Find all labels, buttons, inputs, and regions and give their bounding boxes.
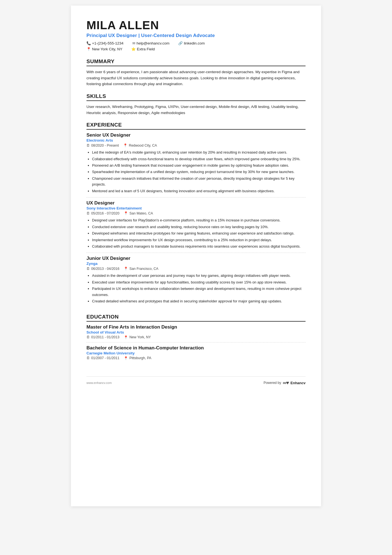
exp-meta-0: 🗓 08/2020 - Present 📍 Redwood City, CA (86, 143, 306, 147)
contact-row-1: 📞 +1-(234)-555-1234 ✉ help@enhancv.com 🔗… (86, 41, 306, 46)
bullet-0-5: Mentored and led a team of 5 UX designer… (92, 188, 306, 194)
exp-entry-0: Senior UX Designer Electronic Arts 🗓 08/… (86, 132, 306, 198)
exp-role-0: Senior UX Designer (86, 132, 306, 138)
contact-row-2: 📍 New York City, NY ⭐ Extra Field (86, 47, 306, 52)
calendar-icon-1: 🗓 (86, 211, 90, 215)
summary-text: With over 6 years of experience, I am pa… (86, 69, 306, 87)
location-contact: 📍 New York City, NY (86, 47, 122, 51)
phone-icon: 📞 (86, 41, 91, 45)
powered-by-text: Powered by (264, 381, 281, 385)
exp-location-1: 📍 San Mateo, CA (124, 211, 153, 215)
exp-bullets-1: Designed user interfaces for PlayStation… (86, 217, 306, 249)
candidate-title: Principal UX Designer | User-Centered De… (86, 33, 306, 38)
extra-text: Extra Field (137, 47, 155, 51)
location-icon-1: 📍 (124, 211, 128, 215)
linkedin-contact: 🔗 linkedin.com (178, 41, 205, 45)
brand-name: Enhancv (291, 381, 306, 385)
edu-loc-icon-1: 📍 (124, 356, 128, 360)
footer: www.enhancv.com Powered by ∞♥ Enhancv (86, 376, 306, 386)
email-text: help@enhancv.com (137, 41, 170, 45)
bullet-1-0: Designed user interfaces for PlayStation… (92, 217, 306, 223)
edu-cal-icon-0: 🗓 (86, 335, 90, 339)
extra-contact: ⭐ Extra Field (131, 47, 155, 51)
edu-entry-0: Master of Fine Arts in Interaction Desig… (86, 324, 306, 342)
calendar-icon-2: 🗓 (86, 267, 90, 271)
edu-dates-1: 🗓 01/2007 - 01/2011 (86, 356, 119, 360)
resume-page: MILA ALLEN Principal UX Designer | User-… (71, 6, 321, 506)
bullet-1-3: Implemented workflow improvements for UX… (92, 237, 306, 243)
edu-location-1: 📍 Pittsburgh, PA (124, 356, 151, 360)
bullet-2-0: Assisted in the development of user pers… (92, 273, 306, 278)
education-section: EDUCATION Master of Fine Arts in Interac… (86, 314, 306, 363)
exp-dates-1: 🗓 05/2016 - 07/2020 (86, 211, 119, 215)
exp-company-1: Sony Interactive Entertainment (86, 206, 306, 210)
exp-location-2: 📍 San Francisco, CA (124, 267, 158, 271)
location-text: New York City, NY (92, 47, 122, 51)
edu-location-0: 📍 New York, NY (124, 335, 151, 339)
exp-dates-2: 🗓 06/2013 - 04/2016 (86, 267, 119, 271)
exp-bullets-2: Assisted in the development of user pers… (86, 273, 306, 304)
exp-entry-2: Junior UX Designer Zynga 🗓 06/2013 - 04/… (86, 256, 306, 307)
bullet-2-2: Participated in UX workshops to enhance … (92, 286, 306, 298)
location-icon-2: 📍 (124, 267, 128, 271)
exp-role-1: UX Designer (86, 200, 306, 206)
footer-brand: Powered by ∞♥ Enhancv (264, 380, 306, 386)
summary-title: SUMMARY (86, 58, 306, 66)
linkedin-text: linkedin.com (184, 41, 205, 45)
skills-section: SKILLS User research, Wireframing, Proto… (86, 93, 306, 116)
brand-logo-icon: ∞♥ (283, 380, 289, 386)
header: MILA ALLEN Principal UX Designer | User-… (86, 19, 306, 52)
location-icon-0: 📍 (123, 143, 128, 147)
footer-website: www.enhancv.com (86, 381, 112, 384)
email-contact: ✉ help@enhancv.com (132, 41, 170, 45)
location-icon: 📍 (86, 47, 91, 51)
exp-company-0: Electronic Arts (86, 138, 306, 142)
edu-meta-1: 🗓 01/2007 - 01/2011 📍 Pittsburgh, PA (86, 356, 306, 360)
bullet-0-2: Pioneered an A/B testing framework that … (92, 162, 306, 168)
edu-meta-0: 🗓 01/2011 - 01/2013 📍 New York, NY (86, 335, 306, 339)
phone-contact: 📞 +1-(234)-555-1234 (86, 41, 123, 45)
edu-school-0: School of Visual Arts (86, 330, 306, 334)
exp-meta-1: 🗓 05/2016 - 07/2020 📍 San Mateo, CA (86, 211, 306, 215)
edu-degree-1: Bachelor of Science in Human-Computer In… (86, 345, 306, 351)
edu-dates-0: 🗓 01/2011 - 01/2013 (86, 335, 119, 339)
summary-section: SUMMARY With over 6 years of experience,… (86, 58, 306, 87)
exp-bullets-0: Led the redesign of EA's mobile gaming U… (86, 149, 306, 194)
phone-text: +1-(234)-555-1234 (92, 41, 123, 45)
education-title: EDUCATION (86, 314, 306, 322)
bullet-1-4: Collaborated with product managers to tr… (92, 243, 306, 249)
exp-meta-2: 🗓 06/2013 - 04/2016 📍 San Francisco, CA (86, 267, 306, 271)
experience-section: EXPERIENCE Senior UX Designer Electronic… (86, 122, 306, 307)
skills-text: User research, Wireframing, Prototyping,… (86, 104, 306, 116)
exp-company-2: Zynga (86, 262, 306, 266)
email-icon: ✉ (132, 41, 135, 45)
exp-location-0: 📍 Redwood City, CA (123, 143, 157, 147)
edu-school-1: Carnegie Mellon University (86, 351, 306, 355)
bullet-1-1: Conducted extensive user research and us… (92, 224, 306, 230)
bullet-0-1: Collaborated effectively with cross-func… (92, 156, 306, 162)
edu-loc-icon-0: 📍 (124, 335, 128, 339)
bullet-0-4: Championed user research initiatives tha… (92, 176, 306, 188)
exp-dates-0: 🗓 08/2020 - Present (86, 144, 119, 147)
bullet-0-0: Led the redesign of EA's mobile gaming U… (92, 149, 306, 155)
bullet-1-2: Developed wireframes and interactive pro… (92, 230, 306, 236)
calendar-icon-0: 🗓 (86, 144, 90, 147)
bullet-0-3: Spearheaded the implementation of a unif… (92, 169, 306, 175)
star-icon: ⭐ (131, 47, 136, 51)
edu-entry-1: Bachelor of Science in Human-Computer In… (86, 345, 306, 363)
edu-cal-icon-1: 🗓 (86, 356, 90, 360)
exp-role-2: Junior UX Designer (86, 256, 306, 261)
bullet-2-1: Executed user interface improvements for… (92, 279, 306, 285)
bullet-2-3: Created detailed wireframes and prototyp… (92, 298, 306, 304)
exp-entry-1: UX Designer Sony Interactive Entertainme… (86, 200, 306, 253)
skills-title: SKILLS (86, 93, 306, 101)
link-icon: 🔗 (178, 41, 183, 45)
experience-title: EXPERIENCE (86, 122, 306, 130)
candidate-name: MILA ALLEN (86, 19, 306, 32)
edu-degree-0: Master of Fine Arts in Interaction Desig… (86, 324, 306, 330)
